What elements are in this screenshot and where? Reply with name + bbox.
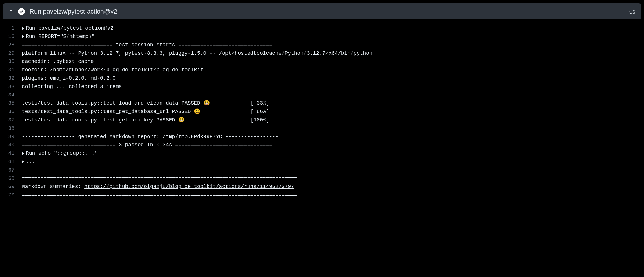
line-number: 70: [6, 191, 22, 199]
summary-link[interactable]: https://github.com/olgazju/blog_de_toolk…: [84, 183, 294, 191]
line-content: ============================== 3 passed …: [22, 141, 272, 149]
line-number: 36: [6, 107, 22, 116]
line-number: 38: [6, 124, 22, 133]
line-number: 40: [6, 141, 22, 149]
log-line: 31 rootdir: /home/runner/work/blog_de_to…: [6, 66, 644, 74]
line-number: 33: [6, 83, 22, 91]
line-number: 66: [6, 158, 22, 166]
line-number: 39: [6, 133, 22, 141]
line-content: Markdown summaries: https://github.com/o…: [22, 183, 294, 191]
log-line[interactable]: 41 Run echo "::group::...": [6, 149, 644, 158]
line-content: platform linux -- Python 3.12.7, pytest-…: [22, 49, 372, 58]
line-content: Run pavelzw/pytest-action@v2: [22, 24, 113, 32]
line-content: tests/test_data_tools.py::test_load_and_…: [22, 99, 269, 107]
check-success-icon: [18, 8, 25, 15]
log-line: 28 ============================= test se…: [6, 41, 644, 49]
line-content: ...: [22, 158, 35, 166]
log-line: 40 ============================== 3 pass…: [6, 141, 644, 149]
line-number: 29: [6, 49, 22, 58]
log-line: 68 =====================================…: [6, 174, 644, 183]
line-content: ========================================…: [22, 191, 297, 199]
log-line: 69 Markdown summaries: https://github.co…: [6, 183, 644, 191]
line-number: 16: [6, 32, 22, 41]
line-number: 37: [6, 116, 22, 124]
log-line[interactable]: 66 ...: [6, 158, 644, 166]
line-content: tests/test_data_tools.py::test_get_datab…: [22, 107, 269, 116]
line-content: ========================================…: [22, 174, 297, 183]
line-number: 41: [6, 149, 22, 158]
step-duration: 0s: [629, 7, 635, 16]
log-output: 1 Run pavelzw/pytest-action@v2 16 Run RE…: [0, 24, 644, 199]
line-number: 31: [6, 66, 22, 74]
line-number: 32: [6, 74, 22, 83]
line-content: ----------------- generated Markdown rep…: [22, 133, 279, 141]
log-line: 36 tests/test_data_tools.py::test_get_da…: [6, 107, 644, 116]
step-header[interactable]: Run pavelzw/pytest-action@v2 0s: [3, 3, 641, 19]
line-content: tests/test_data_tools.py::test_get_api_k…: [22, 116, 269, 124]
log-line: 70 =====================================…: [6, 191, 644, 199]
caret-right-icon: [22, 160, 24, 163]
line-content: Run echo "::group::...": [22, 149, 98, 158]
log-line: 30 cachedir: .pytest_cache: [6, 57, 644, 66]
line-content: Run REPORT="$(mktemp)": [22, 32, 95, 41]
step-title: Run pavelzw/pytest-action@v2: [30, 6, 625, 17]
caret-right-icon: [22, 35, 24, 38]
line-content: plugins: emoji-0.2.0, md-0.2.0: [22, 74, 116, 83]
log-line: 37 tests/test_data_tools.py::test_get_ap…: [6, 116, 644, 124]
line-content: cachedir: .pytest_cache: [22, 57, 94, 66]
log-line[interactable]: 16 Run REPORT="$(mktemp)": [6, 32, 644, 41]
line-number: 69: [6, 183, 22, 191]
line-number: 68: [6, 174, 22, 183]
line-number: 1: [6, 24, 22, 32]
log-line: 32 plugins: emoji-0.2.0, md-0.2.0: [6, 74, 644, 83]
log-line: 34: [6, 91, 644, 99]
chevron-down-icon: [9, 8, 13, 15]
line-number: 30: [6, 57, 22, 66]
log-line: 38: [6, 124, 644, 133]
line-content: collecting ... collected 3 items: [22, 83, 122, 91]
line-number: 35: [6, 99, 22, 107]
log-line: 33 collecting ... collected 3 items: [6, 83, 644, 91]
line-number: 67: [6, 166, 22, 174]
line-number: 28: [6, 41, 22, 49]
log-line: 35 tests/test_data_tools.py::test_load_a…: [6, 99, 644, 107]
line-content: rootdir: /home/runner/work/blog_de_toolk…: [22, 66, 203, 74]
caret-right-icon: [22, 152, 24, 155]
log-line: 29 platform linux -- Python 3.12.7, pyte…: [6, 49, 644, 58]
log-line: 67: [6, 166, 644, 174]
caret-right-icon: [22, 27, 24, 30]
line-number: 34: [6, 91, 22, 99]
log-line[interactable]: 1 Run pavelzw/pytest-action@v2: [6, 24, 644, 32]
line-content: ============================= test sessi…: [22, 41, 272, 49]
log-line: 39 ----------------- generated Markdown …: [6, 133, 644, 141]
